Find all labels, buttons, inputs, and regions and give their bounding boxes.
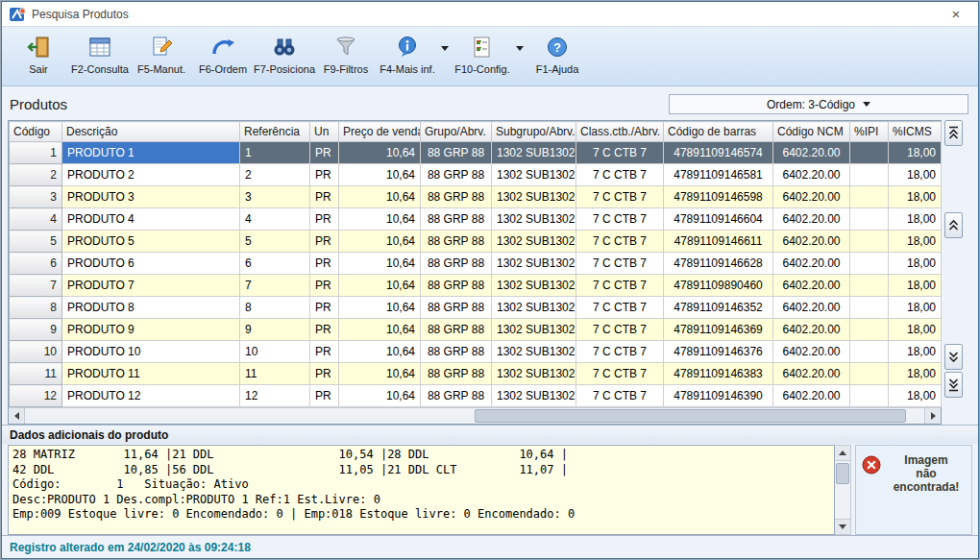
table-cell[interactable]: 88 GRP 88 (421, 341, 492, 363)
row-header-cell[interactable]: 4 (10, 208, 62, 231)
table-cell[interactable]: 10,64 (339, 341, 421, 363)
table-cell[interactable]: 1302 SUB1302 (492, 164, 576, 186)
table-cell[interactable]: 1302 SUB1302 (492, 341, 576, 363)
table-cell[interactable]: 88 GRP 88 (421, 385, 492, 407)
config-dropdown-button[interactable] (513, 36, 527, 61)
table-cell[interactable]: PRODUTO 1 (62, 142, 240, 164)
table-cell[interactable]: 2 (240, 164, 310, 186)
table-cell[interactable]: 47891109146581 (664, 164, 773, 186)
table-cell[interactable] (850, 142, 889, 164)
table-cell[interactable]: 10,64 (339, 385, 421, 407)
column-header[interactable]: Descrição (62, 122, 240, 142)
table-cell[interactable]: 1302 SUB1302 (492, 142, 576, 164)
table-cell[interactable]: PR (310, 208, 339, 231)
table-cell[interactable]: 1302 SUB1302 (492, 275, 576, 297)
exit-button[interactable]: Sair (8, 30, 69, 83)
table-cell[interactable]: 7 C CTB 7 (576, 275, 664, 297)
table-cell[interactable]: 6402.20.00 (773, 231, 850, 253)
f4-mais-inf-button[interactable]: F4-Mais inf. (377, 30, 438, 83)
details-scroll-up-button[interactable] (835, 446, 850, 461)
table-cell[interactable]: 10,64 (339, 186, 421, 208)
table-cell[interactable]: 18,00 (889, 253, 942, 275)
table-cell[interactable]: 88 GRP 88 (421, 142, 492, 164)
table-cell[interactable]: 47891109146611 (664, 231, 773, 253)
table-cell[interactable]: 6402.20.00 (773, 186, 850, 208)
table-cell[interactable]: 47891109146604 (664, 208, 773, 231)
details-vertical-scrollbar[interactable] (835, 445, 851, 535)
table-cell[interactable]: 7 C CTB 7 (576, 319, 664, 341)
table-cell[interactable]: 10,64 (339, 164, 421, 186)
table-cell[interactable]: 1 (240, 142, 310, 164)
table-cell[interactable]: 47891109146574 (664, 142, 773, 164)
table-cell[interactable]: 6402.20.00 (773, 164, 850, 186)
table-cell[interactable]: 88 GRP 88 (421, 275, 492, 297)
table-cell[interactable] (850, 231, 889, 253)
table-cell[interactable]: 7 (240, 275, 310, 297)
table-cell[interactable]: PR (310, 341, 339, 363)
row-header-cell[interactable]: 8 (10, 297, 62, 319)
scroll-left-button[interactable] (9, 408, 25, 424)
column-header[interactable]: Código NCM (773, 122, 850, 142)
table-cell[interactable]: 7 C CTB 7 (576, 208, 664, 231)
table-cell[interactable]: 47891109890460 (664, 275, 773, 297)
table-cell[interactable]: PRODUTO 6 (62, 253, 240, 275)
table-cell[interactable]: 18,00 (889, 363, 942, 385)
table-cell[interactable]: 12 (240, 385, 310, 407)
table-cell[interactable]: 6402.20.00 (773, 297, 850, 319)
nav-page-up-button[interactable] (944, 212, 963, 238)
table-cell[interactable]: 6 (240, 253, 310, 275)
table-cell[interactable]: 10 (240, 341, 310, 363)
table-cell[interactable]: PR (310, 385, 339, 407)
table-cell[interactable]: PR (310, 319, 339, 341)
table-cell[interactable]: 47891109146369 (664, 319, 773, 341)
column-header[interactable]: Grupo/Abrv. (421, 122, 492, 142)
table-cell[interactable]: PR (310, 275, 339, 297)
table-cell[interactable]: 18,00 (889, 385, 942, 407)
table-cell[interactable]: 6402.20.00 (773, 385, 850, 407)
row-header-cell[interactable]: 9 (10, 319, 62, 341)
table-cell[interactable]: PRODUTO 2 (62, 164, 240, 186)
nav-first-button[interactable] (944, 120, 963, 146)
table-cell[interactable]: 11 (240, 363, 310, 385)
table-cell[interactable]: 7 C CTB 7 (576, 186, 664, 208)
table-cell[interactable] (850, 319, 889, 341)
order-dropdown[interactable]: Ordem: 3-Código (669, 94, 968, 114)
table-cell[interactable]: 7 C CTB 7 (576, 231, 664, 253)
table-cell[interactable]: 47891109146352 (664, 297, 773, 319)
table-cell[interactable]: PRODUTO 12 (62, 385, 240, 407)
table-cell[interactable]: 7 C CTB 7 (576, 363, 664, 385)
table-cell[interactable]: 6402.20.00 (773, 142, 850, 164)
table-cell[interactable]: PRODUTO 8 (62, 297, 240, 319)
table-cell[interactable]: PRODUTO 3 (62, 186, 240, 208)
table-cell[interactable]: 7 C CTB 7 (576, 164, 664, 186)
horizontal-scrollbar[interactable] (9, 407, 941, 424)
column-header[interactable]: Código (10, 122, 62, 142)
table-cell[interactable]: 47891109146383 (664, 363, 773, 385)
table-cell[interactable]: 18,00 (889, 231, 942, 253)
row-header-cell[interactable]: 1 (10, 142, 62, 164)
hscroll-track[interactable] (25, 408, 924, 424)
table-cell[interactable] (850, 297, 889, 319)
table-cell[interactable]: 1302 SUB1302 (492, 208, 576, 231)
table-cell[interactable]: 10,64 (339, 231, 421, 253)
table-cell[interactable]: 18,00 (889, 275, 942, 297)
f10-config-button[interactable]: F10-Config. (452, 30, 513, 83)
table-cell[interactable]: 7 C CTB 7 (576, 142, 664, 164)
table-cell[interactable]: 18,00 (889, 142, 942, 164)
table-cell[interactable] (850, 208, 889, 231)
table-cell[interactable]: PR (310, 363, 339, 385)
table-cell[interactable]: 3 (240, 186, 310, 208)
table-cell[interactable]: 6402.20.00 (773, 253, 850, 275)
table-cell[interactable]: PRODUTO 4 (62, 208, 240, 231)
table-cell[interactable]: 1302 SUB1302 (492, 231, 576, 253)
f7-posiciona-button[interactable]: F7-Posiciona (254, 30, 315, 83)
mais-inf-dropdown-button[interactable] (438, 36, 452, 61)
table-cell[interactable]: 1302 SUB1302 (492, 385, 576, 407)
column-header[interactable]: Referência (240, 122, 310, 142)
column-header[interactable]: Preço de venda (339, 122, 421, 142)
table-cell[interactable]: 10,64 (339, 142, 421, 164)
row-header-cell[interactable]: 11 (10, 363, 62, 385)
f1-ajuda-button[interactable]: ? F1-Ajuda (527, 30, 588, 83)
table-cell[interactable]: 88 GRP 88 (421, 363, 492, 385)
table-cell[interactable]: 5 (240, 231, 310, 253)
